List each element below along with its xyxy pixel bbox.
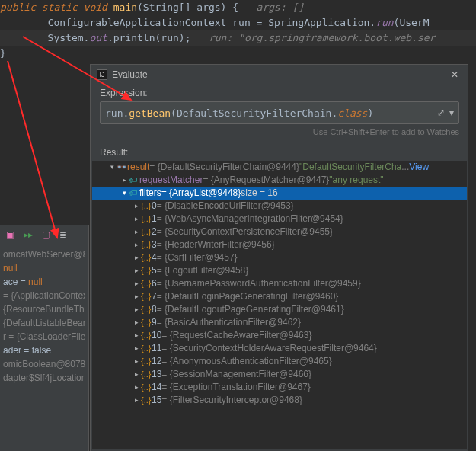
view-link[interactable]: View [409, 161, 429, 174]
chevron-right-icon[interactable] [132, 303, 141, 316]
tree-item-selected[interactable]: 🏷 filters = {ArrayList@9448} size = 16 [92, 187, 467, 200]
tree-item[interactable]: {..} 8 = {DefaultLogoutPageGeneratingFil… [92, 303, 467, 316]
watch-item[interactable]: = {ApplicationContext [3, 289, 85, 302]
close-icon[interactable]: ✕ [449, 69, 461, 80]
brace-icon: {..} [141, 342, 152, 355]
brace-icon: {..} [141, 290, 152, 303]
watch-item[interactable]: {DefaultListableBeanF [3, 316, 85, 330]
chevron-right-icon[interactable] [132, 381, 141, 394]
chevron-right-icon[interactable] [132, 251, 141, 264]
dialog-titlebar[interactable]: IJ Evaluate ✕ [91, 65, 468, 85]
expression-hint: Use Ctrl+Shift+Enter to add to Watches [91, 124, 468, 144]
watch-item[interactable]: null [3, 261, 85, 275]
watch-item[interactable]: ace = null [3, 275, 85, 289]
tree-item[interactable]: {..} 1 = {WebAsyncManagerIntegrationFilt… [92, 213, 467, 226]
field-icon: 🏷 [129, 174, 139, 187]
watches-list: omcatWebServer@80 null ace = null = {App… [0, 248, 88, 385]
brace-icon: {..} [141, 355, 152, 368]
brace-icon: {..} [141, 316, 152, 329]
chevron-right-icon[interactable] [132, 355, 141, 368]
field-icon: 🏷 [129, 187, 139, 200]
watch-item[interactable]: omcatWebServer@80 [3, 248, 85, 261]
svg-line-1 [8, 61, 57, 238]
tree-item[interactable]: {..} 14 = {ExceptionTranslationFilter@94… [92, 381, 467, 394]
tree-item[interactable]: {..} 15 = {FilterSecurityInterceptor@946… [92, 394, 467, 407]
brace-icon: {..} [141, 368, 152, 381]
evaluate-dialog: IJ Evaluate ✕ Expression: run.getBean(De… [90, 64, 468, 451]
tree-item[interactable]: {..} 12 = {AnonymousAuthenticationFilter… [92, 355, 467, 368]
chevron-right-icon[interactable] [132, 316, 141, 329]
dialog-title: Evaluate [112, 69, 444, 80]
chevron-right-icon[interactable] [132, 394, 141, 407]
watch-item[interactable]: omicBoolean@8078} [3, 357, 85, 371]
code-line: ConfigurableApplicationContext run = Spr… [0, 15, 476, 30]
chevron-right-icon[interactable] [132, 277, 141, 290]
expression-input[interactable]: run.getBean(DefaultSecurityFilterChain.c… [100, 101, 459, 124]
tree-item[interactable]: {..} 13 = {SessionManagementFilter@9466} [92, 368, 467, 381]
debugger-toolbar: ▣ ▸▸ ▢ ≣ [0, 225, 88, 248]
threads-icon[interactable]: ≣ [59, 229, 67, 240]
resume-icon[interactable]: ▣ [6, 229, 14, 240]
tree-item[interactable]: {..} 3 = {HeaderWriterFilter@9456} [92, 238, 467, 251]
brace-icon: {..} [141, 200, 152, 213]
editor: public static void main(String[] args) {… [0, 0, 476, 61]
chevron-down-icon[interactable] [107, 161, 117, 174]
expression-code: run.getBean(DefaultSecurityFilterChain.c… [105, 107, 433, 119]
brace-icon: {..} [141, 303, 152, 316]
chevron-right-icon[interactable] [132, 226, 141, 238]
brace-icon: {..} [141, 251, 152, 264]
tree-item[interactable]: {..} 9 = {BasicAuthenticationFilter@9462… [92, 316, 467, 329]
tree-item[interactable]: {..} 0 = {DisableEncodeUrlFilter@9453} [92, 200, 467, 213]
brace-icon: {..} [141, 238, 152, 251]
code-current-line: System.out.println(run); run: "org.sprin… [0, 30, 476, 46]
chevron-right-icon[interactable] [132, 200, 141, 213]
watch-item[interactable]: dapter$Slf4jLocationA [3, 371, 85, 385]
chevron-right-icon[interactable] [132, 213, 141, 226]
chevron-down-icon[interactable] [120, 187, 129, 200]
expand-icon[interactable]: ⤢ [437, 107, 445, 118]
result-tree: 👓 result = {DefaultSecurityFilterChain@9… [92, 161, 467, 449]
chevron-right-icon[interactable] [132, 329, 141, 342]
tree-item[interactable]: {..} 10 = {RequestCacheAwareFilter@9463} [92, 329, 467, 342]
tree-item[interactable]: {..} 6 = {UsernamePasswordAuthentication… [92, 277, 467, 290]
dropdown-icon[interactable]: ▾ [449, 107, 454, 118]
code-line: public static void main(String[] args) {… [0, 0, 476, 15]
tree-item[interactable]: {..} 4 = {CsrfFilter@9457} [92, 251, 467, 264]
tree-item[interactable]: 🏷 requestMatcher = {AnyRequestMatcher@94… [92, 174, 467, 187]
tree-item[interactable]: {..} 2 = {SecurityContextPersistenceFilt… [92, 226, 467, 238]
code-line: } [0, 46, 476, 61]
chevron-right-icon[interactable] [120, 174, 129, 187]
tree-item[interactable]: {..} 11 = {SecurityContextHolderAwareReq… [92, 342, 467, 355]
tree-item[interactable]: {..} 5 = {LogoutFilter@9458} [92, 264, 467, 277]
brace-icon: {..} [141, 329, 152, 342]
watch-item[interactable]: {ResourceBundleThe [3, 302, 85, 316]
brace-icon: {..} [141, 226, 152, 238]
brace-icon: {..} [141, 277, 152, 290]
brace-icon: {..} [141, 394, 152, 407]
brace-icon: {..} [141, 264, 152, 277]
result-label: Result: [91, 144, 468, 161]
watch-item[interactable]: r = {ClassLoaderFiles [3, 330, 85, 344]
debugger-panel: ▣ ▸▸ ▢ ≣ omcatWebServer@80 null ace = nu… [0, 225, 89, 451]
brace-icon: {..} [141, 213, 152, 226]
watch-item[interactable]: ader = false [3, 344, 85, 357]
chevron-right-icon[interactable] [132, 264, 141, 277]
chevron-right-icon[interactable] [132, 368, 141, 381]
expression-label: Expression: [91, 85, 468, 101]
chevron-right-icon[interactable] [132, 290, 141, 303]
chevron-right-icon[interactable] [132, 342, 141, 355]
brace-icon: {..} [141, 381, 152, 394]
tree-item[interactable]: {..} 7 = {DefaultLoginPageGeneratingFilt… [92, 290, 467, 303]
evaluate-icon[interactable]: ▢ [42, 229, 50, 240]
glasses-icon: 👓 [117, 161, 127, 174]
chevron-right-icon[interactable] [132, 238, 141, 251]
step-icon[interactable]: ▸▸ [24, 229, 33, 240]
result-root[interactable]: 👓 result = {DefaultSecurityFilterChain@9… [92, 161, 467, 174]
intellij-icon: IJ [97, 69, 107, 80]
